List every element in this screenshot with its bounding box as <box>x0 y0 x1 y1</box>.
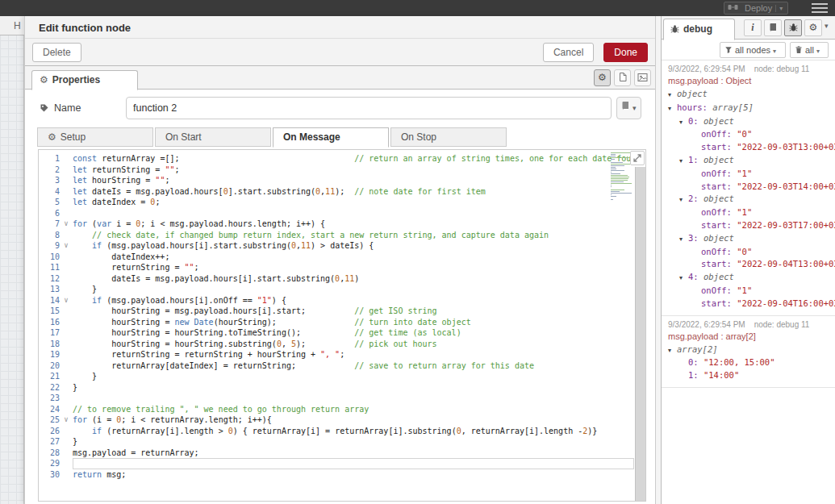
debug-tree-row[interactable]: ▾0: object <box>668 115 830 129</box>
node-settings-button[interactable]: ⚙ <box>594 69 611 86</box>
line-number: 18 <box>39 339 60 350</box>
code-line[interactable]: 13 } <box>39 284 634 295</box>
done-button[interactable]: Done <box>603 43 648 62</box>
debug-tree-row[interactable]: ▾4: object <box>668 271 830 285</box>
fold-chevron-icon[interactable]: ∨ <box>60 219 73 230</box>
code-line[interactable]: 1const returnArray =[]; // return an arr… <box>39 153 634 165</box>
main-menu-button[interactable] <box>812 3 828 13</box>
code-line[interactable]: 20 returnArray[dateIndex] = returnString… <box>39 360 634 372</box>
code-line[interactable]: 22} <box>39 382 634 394</box>
code-line[interactable]: 10 dateIndex++; <box>39 252 634 263</box>
fold-chevron-icon[interactable]: ∨ <box>60 295 73 306</box>
debug-tree-row[interactable]: ▾object <box>668 88 830 102</box>
code-line[interactable]: 9∨ if (msg.payload.hours[i].start.substr… <box>39 240 634 252</box>
code-line[interactable]: 7∨for (var i = 0; i < msg.payload.hours.… <box>39 219 634 230</box>
deploy-button[interactable]: Deploy ▾ <box>724 2 788 15</box>
deploy-caret-icon[interactable]: ▾ <box>775 5 786 12</box>
debug-type: array[5] <box>712 102 754 112</box>
debug-clear-button[interactable]: all▾ <box>790 42 829 58</box>
code-line[interactable]: 28msg.payload = returnArray; <box>39 448 634 459</box>
code-line[interactable]: 3let hourString = ""; <box>39 175 634 186</box>
workspace-canvas[interactable] <box>0 16 24 504</box>
help-tab-button[interactable] <box>764 19 782 36</box>
debug-tree-row[interactable]: ▾array[2] <box>668 344 830 357</box>
debug-tree-row[interactable]: start: "2022-09-04T13:00+03:00" <box>668 258 830 271</box>
debug-tree-row[interactable]: ▾3: object <box>668 232 830 246</box>
code-line[interactable]: 14∨ if (msg.payload.hours[i].onOff == "1… <box>39 295 634 306</box>
code-line[interactable]: 29 <box>39 458 634 469</box>
tab-properties[interactable]: ⚙Properties <box>31 70 138 90</box>
code-line[interactable]: 17 hourString = hourString.toTimeString(… <box>39 327 634 339</box>
code-line[interactable]: 23 <box>39 393 634 404</box>
delete-button[interactable]: Delete <box>32 43 81 62</box>
debug-tree-row[interactable]: start: "2022-09-03T17:00+03:00" <box>668 219 830 232</box>
tab-on-message[interactable]: On Message <box>273 127 389 148</box>
tree-caret-icon[interactable]: ▾ <box>668 102 677 115</box>
code-line[interactable]: 24// to remove trailing ", " we need to … <box>39 404 634 415</box>
fold-chevron-icon[interactable]: ∨ <box>60 414 73 426</box>
debug-tree-row[interactable]: start: "2022-09-04T16:00+03:00" <box>668 298 830 310</box>
code-line[interactable]: 5let dateIndex = 0; <box>39 197 634 208</box>
fold-chevron-icon[interactable]: ∨ <box>60 240 73 252</box>
debug-tree-row[interactable]: start: "2022-09-03T13:00+03:00" <box>668 141 830 154</box>
tab-on-start[interactable]: On Start <box>155 127 271 147</box>
code-editor[interactable]: 1const returnArray =[]; // return an arr… <box>38 149 646 502</box>
config-nodes-tab-button[interactable]: ⚙ <box>804 19 822 36</box>
tab-on-stop[interactable]: On Stop <box>390 127 507 147</box>
flow-tab-bar[interactable]: H <box>0 16 24 35</box>
node-description-button[interactable] <box>614 69 631 86</box>
code-line[interactable]: 16 hourString = new Date(hourString); //… <box>39 317 634 328</box>
document-icon <box>618 71 628 85</box>
tree-caret-icon[interactable]: ▾ <box>679 233 688 246</box>
code-line[interactable]: 6 <box>39 208 634 219</box>
debug-tree-row[interactable]: 0: "12:00, 15:00" <box>668 356 830 369</box>
fold-gutter <box>60 175 73 186</box>
debug-type: object <box>677 89 708 98</box>
debug-tree-row[interactable]: onOff: "0" <box>668 128 830 141</box>
debug-message: 9/3/2022, 6:29:54 PMnode: debug 11msg.pa… <box>662 316 835 388</box>
node-name-input[interactable] <box>126 97 612 119</box>
code-line[interactable]: 8 // check date, if changed bump return … <box>39 230 634 241</box>
caret-down-icon: ▾ <box>773 48 776 55</box>
code-line[interactable]: 21 } <box>39 371 634 382</box>
code-line[interactable]: 11 returnString = ""; <box>39 262 634 273</box>
debug-filter-button[interactable]: all nodes▾ <box>720 42 786 58</box>
code-line[interactable]: 30return msg; <box>39 469 634 481</box>
tree-caret-icon[interactable]: ▾ <box>679 272 688 285</box>
tree-caret-icon[interactable]: ▾ <box>668 89 677 102</box>
code-line[interactable]: 12 dateIs = msg.payload.hours[i].start.s… <box>39 273 634 285</box>
tab-setup[interactable]: ⚙Setup <box>37 127 153 147</box>
debug-tree-row[interactable]: ▾1: object <box>668 154 830 168</box>
cancel-button[interactable]: Cancel <box>543 43 594 62</box>
debug-tab-button[interactable] <box>784 19 802 36</box>
code-line[interactable]: 26 if (returnArray[i].length > 0) { retu… <box>39 426 634 437</box>
tab-debug[interactable]: debug <box>663 19 735 40</box>
code-line[interactable]: 27} <box>39 436 634 448</box>
editor-scrollbar[interactable] <box>635 167 645 501</box>
debug-tree-row[interactable]: onOff: "1" <box>668 168 830 181</box>
debug-tree-row[interactable]: ▾2: object <box>668 193 830 206</box>
debug-tree-row[interactable]: ▾hours: array[5] <box>668 102 830 115</box>
code-line[interactable]: 18 hourString = hourString.substring(0, … <box>39 339 634 350</box>
tree-caret-icon[interactable]: ▾ <box>679 194 688 206</box>
info-tab-button[interactable]: i <box>744 19 762 36</box>
sidebar-resize-handle[interactable] <box>655 16 662 504</box>
debug-tree-row[interactable]: start: "2022-09-03T14:00+03:00" <box>668 181 830 194</box>
debug-tree-row[interactable]: 1: "14:00" <box>668 369 830 382</box>
tree-caret-icon[interactable]: ▾ <box>679 155 688 168</box>
expand-editor-button[interactable] <box>630 151 645 165</box>
debug-tree-row[interactable]: onOff: "1" <box>668 285 830 298</box>
editor-minimap[interactable] <box>611 152 633 202</box>
tree-caret-icon[interactable]: ▾ <box>668 344 677 357</box>
code-line[interactable]: 15 hourString = msg.payload.hours[i].sta… <box>39 306 634 317</box>
code-line[interactable]: 25∨for (i = 0; i < returnArray.length; i… <box>39 414 634 426</box>
code-line[interactable]: 19 returnString = returnString + hourStr… <box>39 349 634 360</box>
debug-tree-row[interactable]: onOff: "1" <box>668 206 830 219</box>
node-appearance-button[interactable] <box>634 69 651 86</box>
sidebar-tabs-caret-icon[interactable]: ▾ <box>825 22 829 30</box>
code-line[interactable]: 2let returnString = ""; <box>39 165 634 176</box>
code-line[interactable]: 4let dateIs = msg.payload.hours[0].start… <box>39 186 634 198</box>
tree-caret-icon[interactable]: ▾ <box>679 116 688 129</box>
library-button[interactable]: ▾ <box>616 97 641 119</box>
debug-tree-row[interactable]: onOff: "0" <box>668 246 830 259</box>
